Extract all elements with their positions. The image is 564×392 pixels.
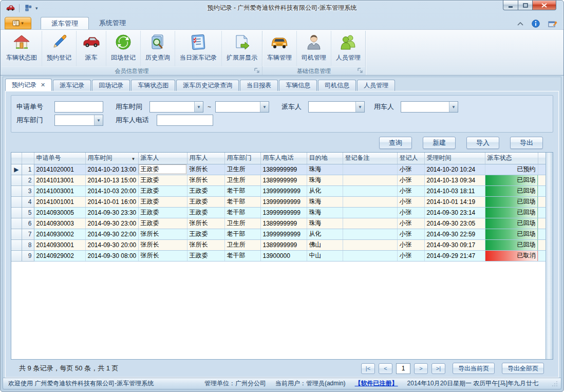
document-tab[interactable]: 回场记录 ✕	[92, 80, 130, 91]
info-icon[interactable]	[532, 20, 540, 28]
cell-phone[interactable]: 13999999999	[260, 229, 307, 239]
cell-dispatch-status[interactable]: 已回场	[485, 175, 538, 185]
col-dispatcher[interactable]: 派车人	[138, 153, 187, 164]
cell-dept[interactable]: 老干部	[224, 250, 260, 261]
extended-screen-button[interactable]: 扩展屏显示	[222, 31, 262, 66]
car-user-combo[interactable]: ▼	[401, 101, 458, 113]
cell-order-no[interactable]: 20141013001	[34, 175, 85, 185]
user-phone-input[interactable]	[157, 115, 213, 126]
cell-dispatcher[interactable]: 王政委	[138, 185, 187, 196]
cell-phone[interactable]: 1389999999	[260, 218, 307, 229]
vehicle-manage-button[interactable]: 车辆管理	[262, 31, 297, 66]
table-row[interactable]: 9 20140929002 2014-09-30 08:00 张所长 王政委 老…	[11, 250, 553, 261]
cell-destination[interactable]: 珠海	[307, 196, 343, 207]
cell-registrar[interactable]: 小张	[397, 218, 424, 229]
cell-destination[interactable]: 珠海	[307, 218, 343, 229]
cell-registrar[interactable]: 小张	[397, 250, 424, 261]
document-tab[interactable]: 车辆信息 ✕	[279, 80, 317, 91]
cell-dispatch-status[interactable]: 已回场	[485, 185, 538, 196]
page-number-input[interactable]	[396, 363, 410, 374]
next-page-button[interactable]: >	[414, 363, 428, 374]
cell-use-time[interactable]: 2014-10-13 15:00	[85, 175, 138, 185]
cell-accept-time[interactable]: 2014-09-30 23:05	[424, 218, 485, 229]
chevron-down-icon[interactable]: ▼	[260, 102, 269, 112]
prev-page-button[interactable]: <	[379, 363, 392, 374]
vehicle-status-map-button[interactable]: 车辆状态图	[2, 31, 42, 66]
cell-accept-time[interactable]: 2014-09-30 22:59	[424, 229, 485, 239]
cell-order-no[interactable]: 20140930002	[34, 229, 85, 239]
table-row[interactable]: 3 20141003001 2014-10-03 20:00 王政委 王政委 老…	[11, 185, 553, 196]
ribbon-tab[interactable]: 系统管理	[89, 17, 136, 29]
cell-dispatch-status[interactable]: 已回场	[485, 207, 538, 218]
dispatch-button[interactable]: 派车	[77, 31, 106, 66]
cell-dispatch-status[interactable]: 已预约	[485, 164, 538, 175]
cell-order-no[interactable]: 20141001001	[34, 196, 85, 207]
col-remark[interactable]: 登记备注	[343, 153, 397, 164]
cell-registrar[interactable]: 小张	[397, 196, 424, 207]
reservation-register-button[interactable]: 预约登记	[42, 31, 77, 66]
cell-remark[interactable]	[343, 175, 397, 185]
cell-dispatcher[interactable]: 张所长	[138, 250, 187, 261]
application-menu-button[interactable]: ▾	[5, 17, 31, 29]
history-query-button[interactable]: 历史查询	[141, 31, 175, 66]
export-current-page-button[interactable]: 导出当前页	[453, 363, 495, 374]
chevron-down-icon[interactable]: ▼	[194, 102, 203, 112]
cell-dispatcher[interactable]: 王政委	[138, 207, 187, 218]
sort-desc-icon[interactable]: ▼	[131, 157, 136, 161]
cell-dept[interactable]: 老干部	[224, 185, 260, 196]
order-no-input[interactable]	[54, 101, 103, 113]
cell-dispatch-status[interactable]: 已回场	[485, 196, 538, 207]
dialog-launcher-icon[interactable]	[358, 68, 363, 73]
col-dept[interactable]: 用车部门	[224, 153, 260, 164]
cell-use-time[interactable]: 2014-09-30 23:30	[85, 207, 138, 218]
table-row[interactable]: 4 20141001001 2014-10-01 16:00 王政委 王政委 老…	[11, 196, 553, 207]
document-tab[interactable]: 当日报表 ✕	[240, 80, 278, 91]
cell-accept-time[interactable]: 2014-10-01 14:19	[424, 196, 485, 207]
cell-dispatch-status[interactable]: 已回场	[485, 229, 538, 239]
table-row[interactable]: 7 20140930002 2014-09-30 22:00 张所长 王政委 老…	[11, 229, 553, 239]
cell-dispatcher[interactable]: 王政委	[138, 218, 187, 229]
cell-car-user[interactable]: 王政委	[187, 196, 224, 207]
dialog-launcher-icon[interactable]	[254, 68, 260, 73]
cell-dept[interactable]: 卫生所	[224, 239, 260, 250]
cell-dispatcher[interactable]: 王政委	[138, 164, 187, 175]
cell-destination[interactable]: 从化	[307, 185, 343, 196]
cell-phone[interactable]: 1389999999	[260, 239, 307, 250]
maximize-button[interactable]	[518, 1, 533, 10]
cell-use-time[interactable]: 2014-09-30 20:00	[85, 239, 138, 250]
cell-order-no[interactable]: 20141003001	[34, 185, 85, 196]
cell-remark[interactable]	[343, 207, 397, 218]
cell-order-no[interactable]: 20140929002	[34, 250, 85, 261]
cell-dept[interactable]: 卫生所	[224, 218, 260, 229]
col-use-time[interactable]: 用车时间▼	[85, 153, 138, 164]
cell-accept-time[interactable]: 2014-10-20 10:24	[424, 164, 485, 175]
query-button[interactable]: 查询	[379, 137, 412, 149]
cell-registrar[interactable]: 小张	[397, 164, 424, 175]
cell-use-time[interactable]: 2014-09-30 22:00	[85, 229, 138, 239]
table-row[interactable]: 2 20141013001 2014-10-13 15:00 王政委 张所长 卫…	[11, 175, 553, 185]
driver-manage-button[interactable]: 司机管理	[297, 31, 331, 66]
cell-dispatcher[interactable]: 王政委	[138, 196, 187, 207]
cell-phone[interactable]: 1389999999	[260, 164, 307, 175]
cell-car-user[interactable]: 王政委	[187, 185, 224, 196]
chevron-down-icon[interactable]: ▼	[449, 102, 458, 112]
cell-phone[interactable]: 13999999999	[260, 207, 307, 218]
cell-order-no[interactable]: 20140930001	[34, 239, 85, 250]
cell-registrar[interactable]: 小张	[397, 229, 424, 239]
first-page-button[interactable]: |<	[361, 363, 375, 374]
table-row[interactable]: 8 20140930001 2014-09-30 20:00 张所长 张所长 卫…	[11, 239, 553, 250]
cell-car-user[interactable]: 王政委	[187, 229, 224, 239]
use-time-from-combo[interactable]: ▼	[149, 101, 203, 113]
cell-order-no[interactable]: 20140930005	[34, 207, 85, 218]
cell-remark[interactable]	[343, 250, 397, 261]
table-row[interactable]: 5 20140930005 2014-09-30 23:30 王政委 王政委 老…	[11, 207, 553, 218]
personnel-manage-button[interactable]: 人员管理	[331, 31, 365, 66]
export-all-pages-button[interactable]: 导出全部页	[502, 363, 544, 374]
cell-destination[interactable]: 珠海	[307, 207, 343, 218]
cell-registrar[interactable]: 小张	[397, 175, 424, 185]
export-button[interactable]: 导出	[510, 137, 543, 149]
cell-use-time[interactable]: 2014-10-01 16:00	[85, 196, 138, 207]
col-registrar[interactable]: 登记人	[397, 153, 424, 164]
cell-dept[interactable]: 卫生所	[224, 164, 260, 175]
cell-remark[interactable]	[343, 164, 397, 175]
